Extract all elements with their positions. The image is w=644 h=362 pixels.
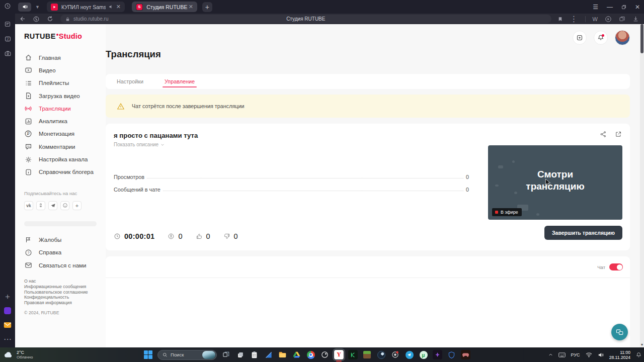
notes-icon[interactable] [3,20,12,29]
tab-close-icon[interactable]: ✕ [116,4,121,10]
scrollbar-down-arrow[interactable]: ▼ [640,343,644,346]
upload-video-button[interactable] [573,31,587,45]
rutube-favicon [51,4,58,11]
tabs-count-icon[interactable]: 2 [3,34,12,43]
tab-audio-button[interactable] [18,3,31,12]
sidebar-item-playlists[interactable]: Плейлисты [24,77,106,89]
footer-link[interactable]: О нас [24,279,106,284]
history-icon[interactable] [3,2,12,11]
new-tab-button[interactable]: + [202,2,212,12]
wifi-icon[interactable] [586,352,592,357]
tab-close-icon[interactable]: ✕ [189,4,193,10]
tab-sound-icon[interactable] [109,5,113,9]
start-button[interactable] [143,350,153,359]
end-stream-button[interactable]: Завершить трансляцию [544,226,622,240]
share-icon[interactable] [600,131,607,138]
language-indicator[interactable]: РУС [571,352,580,357]
chat-toggle[interactable] [609,263,623,270]
chevron-down-icon[interactable]: ▼ [35,5,40,10]
keyboard-icon[interactable] [558,352,566,357]
app-purple-icon[interactable] [3,306,12,315]
taskbar-search[interactable]: Поиск [157,350,217,360]
refresh-icon[interactable] [47,16,53,22]
minimize-icon[interactable]: — [607,4,613,11]
url-field[interactable]: studio.rutube.ru Студия RUTUBE [60,15,551,23]
drafting-icon[interactable] [264,350,273,359]
sidebar-item-upload[interactable]: Загрузка видео [24,89,106,102]
sidebar-item-comments[interactable]: Комментарии [24,140,106,153]
sidebar-item-broadcasts[interactable]: Трансляции [24,102,106,115]
close-icon[interactable]: ✕ [635,4,640,11]
weather-widget[interactable]: 2°C Облачно [4,350,33,359]
footer-link[interactable]: Информационные сообщения [24,284,106,290]
yandex-mail-icon[interactable] [3,320,12,329]
ok-icon[interactable] [36,201,45,210]
obs-circle-icon[interactable] [320,350,330,359]
video-popup-icon[interactable] [605,16,612,23]
scrollbar-thumb[interactable] [640,24,643,53]
task-view-icon[interactable] [221,350,231,359]
bookmark-icon[interactable] [557,16,563,22]
kaspersky-icon[interactable] [348,350,358,359]
clipboard-icon[interactable] [250,350,259,359]
download-icon[interactable] [632,16,639,22]
add-panel-icon[interactable]: ＋ [3,292,12,301]
telegram-icon[interactable] [405,350,414,359]
external-link-icon[interactable] [615,131,622,138]
collections-icon[interactable] [619,16,625,22]
stack-icon[interactable] [235,350,245,359]
minecraft-icon[interactable] [362,350,372,359]
user-avatar[interactable] [615,30,630,45]
more-social-icon[interactable]: + [72,201,82,210]
stream-preview[interactable]: Смотри трансляцию В эфире [488,145,622,220]
drive-icon[interactable] [292,350,301,359]
steam-icon[interactable] [376,350,386,359]
search-daily-image[interactable] [202,351,215,359]
sidebar-item-channel-settings[interactable]: Настройка канала [24,153,106,165]
likes-meter[interactable]: 0 [196,232,210,240]
footer-link[interactable]: Конфиденциальность [24,295,106,300]
community-fab-button[interactable] [611,324,628,340]
folder-icon[interactable] [278,350,287,359]
volume-icon[interactable] [598,352,604,358]
sidebar-item-help[interactable]: ? Справка [24,246,106,259]
shield-icon[interactable] [447,350,456,359]
utorrent-icon[interactable]: µ [419,350,428,359]
yandex-search-icon[interactable] [33,16,40,23]
tray-notifications-icon[interactable] [636,352,641,358]
more-vert-icon[interactable]: ⋮ [570,14,578,24]
sidebar-item-video[interactable]: Видео [24,64,106,76]
tray-clock[interactable]: 11:00 28.11.2024 [609,350,630,360]
sidebar-item-analytics[interactable]: Аналитика [24,115,106,127]
vk-icon[interactable]: vk [24,201,33,210]
sidebar-item-home[interactable]: Главная [24,51,106,64]
page-scrollbar[interactable]: ▼ [640,24,644,347]
browser-tab-2[interactable]: S Студия RUTUBE ✕ [132,2,197,12]
viber-icon[interactable] [60,201,69,210]
sidebar-item-monetization[interactable]: ₽ Монетизация [24,128,106,140]
telegram-icon[interactable] [48,201,57,210]
tab-management[interactable]: Управление [165,74,195,89]
sidebar-item-blogger-guide[interactable]: Справочник блогера [24,166,106,178]
browser-tab-1[interactable]: КУПИЛ ноут Samsu ✕ [47,2,125,12]
more-panel-icon[interactable]: ⋯ [3,334,12,343]
footer-link[interactable]: Пользовательское соглашение [24,290,106,295]
chrome-icon[interactable] [306,350,315,359]
notifications-button[interactable] [594,31,608,45]
tray-chevron-icon[interactable] [548,352,553,357]
rutube-studio-logo[interactable]: RUTUBE Studio [24,32,106,40]
sidebar-item-contact[interactable]: Связаться с нами [24,259,106,272]
maximize-icon[interactable] [621,5,626,10]
tab-settings[interactable]: Настройки [117,74,143,89]
gamepad-icon[interactable] [461,350,470,359]
footer-link[interactable]: Правовая информация [24,300,106,306]
back-icon[interactable] [19,16,26,22]
screenshot-icon[interactable] [3,49,12,58]
browser-menu-icon[interactable]: ☰ [593,4,598,11]
wikipedia-icon[interactable]: W [593,16,598,22]
obs-record-icon[interactable] [390,350,400,359]
dislikes-meter[interactable]: 0 [223,232,238,240]
bird-app-icon[interactable] [433,350,442,359]
yandex-browser-icon[interactable]: Y [334,350,344,359]
sidebar-item-reports[interactable]: Жалобы [24,233,106,246]
